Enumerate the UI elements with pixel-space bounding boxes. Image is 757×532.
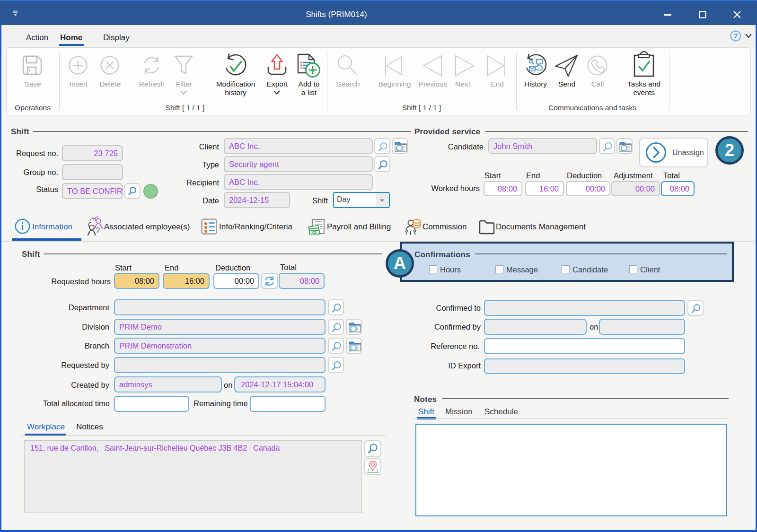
- svg-text:?: ?: [733, 32, 738, 40]
- svg-text:?: ?: [96, 226, 100, 235]
